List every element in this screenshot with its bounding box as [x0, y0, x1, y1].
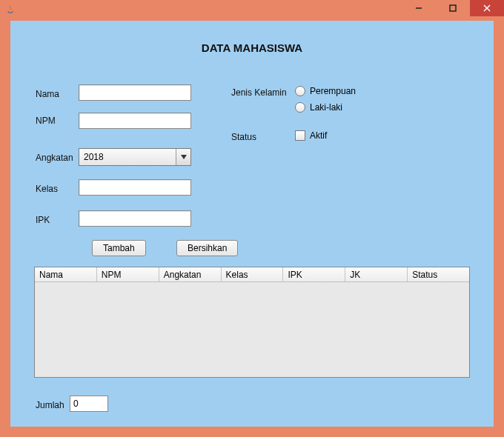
maximize-button[interactable]: [436, 0, 470, 16]
angkatan-label: Angkatan: [36, 153, 73, 163]
th-kelas[interactable]: Kelas: [222, 267, 284, 281]
radio-icon: [295, 86, 305, 96]
content-panel: DATA MAHASISWA Nama NPM Angkatan 2018 Ke…: [10, 21, 494, 427]
radio-laki-label: Laki-laki: [310, 102, 342, 113]
nama-label: Nama: [36, 89, 59, 99]
th-angkatan[interactable]: Angkatan: [159, 267, 222, 281]
jumlah-label: Jumlah: [36, 400, 64, 410]
checkbox-aktif[interactable]: Aktif: [295, 130, 327, 141]
chevron-down-icon: [176, 149, 190, 165]
radio-laki[interactable]: Laki-laki: [295, 102, 342, 113]
minimize-button[interactable]: [402, 0, 436, 16]
titlebar: [0, 0, 504, 21]
kelas-label: Kelas: [36, 184, 58, 194]
window-controls: [402, 0, 504, 21]
checkbox-icon: [295, 130, 305, 141]
jenis-kelamin-label: Jenis Kelamin: [231, 87, 287, 98]
angkatan-select[interactable]: 2018: [79, 148, 191, 166]
ipk-input[interactable]: [79, 210, 191, 227]
close-button[interactable]: [470, 0, 504, 16]
npm-label: NPM: [36, 116, 56, 126]
java-icon: [4, 4, 16, 16]
page-title: DATA MAHASISWA: [10, 41, 494, 54]
angkatan-selected: 2018: [84, 152, 104, 162]
svg-marker-4: [181, 155, 187, 159]
th-npm[interactable]: NPM: [97, 267, 159, 281]
ipk-label: IPK: [36, 215, 50, 225]
radio-icon: [295, 102, 305, 113]
nama-input[interactable]: [79, 84, 191, 101]
radio-perempuan[interactable]: Perempuan: [295, 86, 356, 96]
th-nama[interactable]: Nama: [35, 267, 97, 281]
th-jk[interactable]: JK: [345, 267, 408, 281]
content-outer: DATA MAHASISWA Nama NPM Angkatan 2018 Ke…: [0, 21, 504, 437]
tambah-button[interactable]: Tambah: [92, 240, 146, 256]
th-status[interactable]: Status: [408, 267, 469, 281]
status-label: Status: [231, 132, 256, 142]
svg-rect-1: [450, 5, 456, 11]
bersihkan-button[interactable]: Bersihkan: [176, 240, 238, 256]
table-header: Nama NPM Angkatan Kelas IPK JK Status: [35, 267, 469, 282]
app-window: DATA MAHASISWA Nama NPM Angkatan 2018 Ke…: [0, 0, 504, 437]
checkbox-aktif-label: Aktif: [310, 130, 327, 141]
jumlah-input[interactable]: [70, 396, 108, 412]
data-table[interactable]: Nama NPM Angkatan Kelas IPK JK Status: [34, 267, 470, 378]
kelas-input[interactable]: [79, 179, 191, 196]
npm-input[interactable]: [79, 113, 191, 129]
radio-perempuan-label: Perempuan: [310, 86, 356, 96]
th-ipk[interactable]: IPK: [283, 267, 345, 281]
table-body: [35, 282, 469, 377]
